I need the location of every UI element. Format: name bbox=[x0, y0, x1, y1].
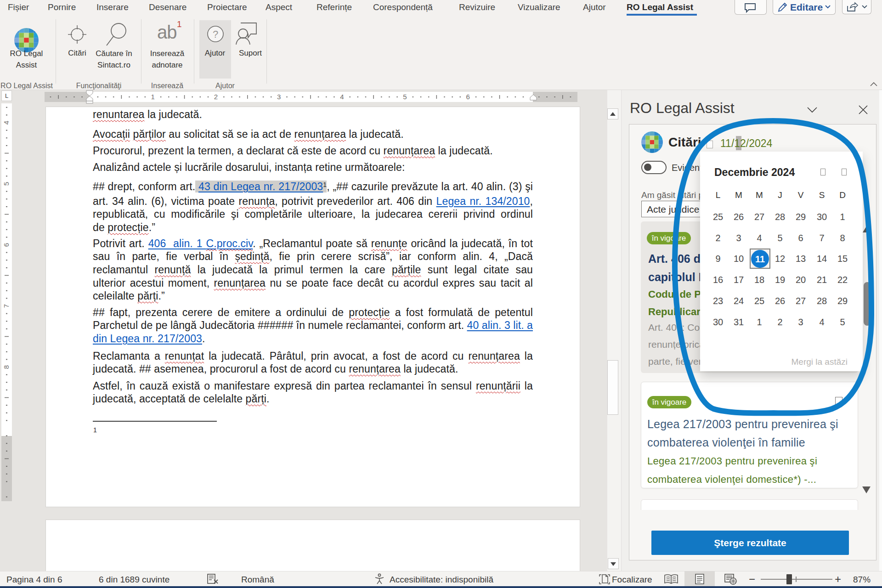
svg-text:5: 5 bbox=[2, 182, 10, 186]
svg-text:4: 4 bbox=[340, 93, 344, 101]
svg-text:6: 6 bbox=[466, 93, 470, 101]
svg-text:?: ? bbox=[213, 28, 218, 40]
svg-text:1: 1 bbox=[151, 93, 155, 101]
svg-text:5: 5 bbox=[403, 93, 407, 101]
svg-text:2: 2 bbox=[214, 93, 218, 101]
svg-text:7: 7 bbox=[2, 304, 10, 308]
svg-text:4: 4 bbox=[2, 121, 10, 124]
svg-text:6: 6 bbox=[2, 243, 10, 247]
svg-text:3: 3 bbox=[277, 93, 281, 101]
svg-text:8: 8 bbox=[2, 365, 10, 369]
